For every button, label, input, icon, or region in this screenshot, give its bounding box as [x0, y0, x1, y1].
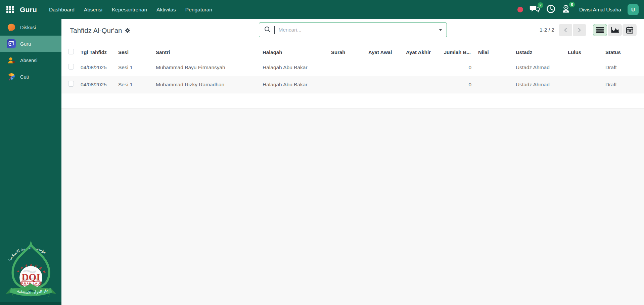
cell-status: Draft — [604, 76, 644, 93]
row-select-cell — [61, 76, 80, 93]
table-row[interactable]: 04/08/2025 Sesi 1 Muhammad Bayu Firmansy… — [61, 59, 644, 76]
search-icon — [264, 26, 271, 34]
search-input-area[interactable] — [259, 23, 434, 37]
organization-logo: مؤسسة التربية الاسلامية Y A Y A S A N DQ… — [3, 232, 58, 300]
calendar-view-button[interactable] — [623, 24, 637, 36]
attendance-person-icon — [7, 56, 16, 65]
cell-status: Draft — [604, 59, 644, 76]
cell-nilai — [477, 76, 515, 93]
header-halaqah[interactable]: Halaqah — [262, 46, 330, 59]
sidebar-item-absensi[interactable]: Absensi — [0, 52, 61, 69]
cell-halaqah: Halaqah Abu Bakar — [262, 59, 330, 76]
settings-gear-icon[interactable] — [125, 28, 130, 33]
sidebar-item-cuti[interactable]: Cuti — [0, 69, 61, 85]
table-footer-empty-area — [61, 93, 644, 109]
discuss-bubble-icon — [7, 23, 16, 32]
chevron-down-icon — [439, 29, 442, 31]
table-header-row: Tgl Tahfidz Sesi Santri Halaqah Surah Ay… — [61, 46, 644, 59]
navbar-menu: Dashboard Absensi Kepesantrenan Aktivita… — [44, 0, 217, 19]
cell-tgl: 04/08/2025 — [80, 76, 117, 93]
messages-button[interactable]: 2 — [530, 5, 540, 15]
cell-sesi: Sesi 1 — [117, 59, 155, 76]
cell-tgl: 04/08/2025 — [80, 59, 117, 76]
header-nilai[interactable]: Nilai — [477, 46, 515, 59]
cell-halaqah: Halaqah Abu Bakar — [262, 76, 330, 93]
nav-item-kepesantrenan[interactable]: Kepesantrenan — [107, 0, 152, 19]
header-ayat-awal[interactable]: Ayat Awal — [367, 46, 405, 59]
search-box — [259, 23, 447, 37]
cell-lulus — [567, 59, 604, 76]
logo-abbr: DQI — [21, 272, 40, 282]
cell-ustadz: Ustadz Ahmad — [515, 59, 567, 76]
pager-previous-button[interactable] — [559, 24, 572, 36]
list-view-button[interactable] — [593, 24, 607, 36]
header-status[interactable]: Status — [604, 46, 644, 59]
nav-item-pengaturan[interactable]: Pengaturan — [181, 0, 217, 19]
breadcrumb: Tahfidz Al-Qur'an — [70, 27, 130, 35]
pager-buttons — [559, 24, 586, 36]
collect-requests-button[interactable]: 5 — [562, 4, 571, 15]
activities-clock-button[interactable] — [546, 4, 555, 15]
row-checkbox[interactable] — [68, 64, 74, 70]
header-santri[interactable]: Santri — [155, 46, 262, 59]
user-menu-name[interactable]: Divisi Amal Usaha — [579, 7, 621, 13]
sidebar: Diskusi Guru Absensi Cuti مؤسسة التربية … — [0, 19, 61, 305]
header-jumlah[interactable]: Jumlah B... — [443, 46, 477, 59]
current-app-name[interactable]: Guru — [20, 6, 37, 14]
pager-counter: 1-2 / 2 — [540, 27, 554, 33]
cell-surah — [330, 59, 367, 76]
header-lulus[interactable]: Lulus — [567, 46, 604, 59]
apps-grid-icon[interactable] — [6, 6, 14, 14]
header-surah[interactable]: Surah — [330, 46, 367, 59]
user-avatar[interactable]: U — [628, 4, 639, 15]
leave-umbrella-icon — [7, 72, 16, 81]
cell-lulus — [567, 76, 604, 93]
nav-item-dashboard[interactable]: Dashboard — [44, 0, 79, 19]
chevron-left-icon — [564, 28, 567, 33]
cell-nilai — [477, 59, 515, 76]
cell-ayat-akhir — [405, 59, 443, 76]
cell-ustadz: Ustadz Ahmad — [515, 76, 567, 93]
pager-next-button[interactable] — [573, 24, 586, 36]
cell-jumlah: 0 — [443, 59, 477, 76]
header-sesi[interactable]: Sesi — [117, 46, 155, 59]
search-input[interactable] — [279, 27, 434, 33]
row-checkbox[interactable] — [68, 81, 74, 87]
search-dropdown-toggle[interactable] — [434, 23, 447, 37]
nav-item-absensi[interactable]: Absensi — [79, 0, 107, 19]
select-all-cell — [61, 46, 80, 59]
messages-badge: 2 — [538, 2, 543, 8]
sidebar-item-label: Cuti — [20, 74, 29, 80]
header-ustadz[interactable]: Ustadz — [515, 46, 567, 59]
view-switcher — [593, 24, 637, 36]
sidebar-item-diskusi[interactable]: Diskusi — [0, 19, 61, 36]
table-row[interactable]: 04/08/2025 Sesi 1 Muhammad Rizky Ramadha… — [61, 76, 644, 93]
red-status-dot — [517, 7, 523, 12]
chevron-right-icon — [578, 28, 581, 33]
cell-santri: Muhammad Bayu Firmansyah — [155, 59, 262, 76]
row-select-cell — [61, 59, 80, 76]
sidebar-item-guru[interactable]: Guru — [0, 36, 61, 52]
cell-santri: Muhammad Rizky Ramadhan — [155, 76, 262, 93]
header-tgl-tahfidz[interactable]: Tgl Tahfidz — [80, 46, 117, 59]
cell-ayat-awal — [367, 59, 405, 76]
page-title: Tahfidz Al-Qur'an — [70, 27, 122, 35]
nav-item-aktivitas[interactable]: Aktivitas — [152, 0, 181, 19]
sidebar-bottom-strip — [0, 302, 61, 305]
cell-ayat-awal — [367, 76, 405, 93]
sidebar-item-label: Diskusi — [20, 25, 36, 30]
calendar-view-icon — [626, 27, 633, 34]
top-navbar: Guru Dashboard Absensi Kepesantrenan Akt… — [0, 0, 644, 19]
sidebar-item-label: Guru — [20, 41, 31, 47]
activities-badge: 5 — [569, 2, 575, 7]
graph-view-button[interactable] — [608, 24, 622, 36]
text-cursor — [274, 26, 275, 34]
select-all-checkbox[interactable] — [68, 49, 74, 54]
list-view-icon — [596, 27, 604, 33]
header-ayat-akhir[interactable]: Ayat Akhir — [405, 46, 443, 59]
cell-sesi: Sesi 1 — [117, 76, 155, 93]
guru-app-icon — [7, 39, 16, 48]
clock-icon — [546, 4, 555, 15]
main-content: Tahfidz Al-Qur'an 1-2 / 2 — [61, 19, 644, 305]
graph-view-icon — [611, 27, 619, 33]
